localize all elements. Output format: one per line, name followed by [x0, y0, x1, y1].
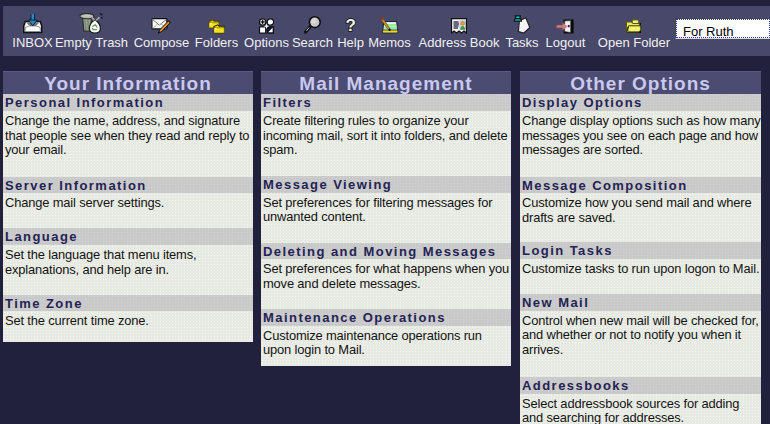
svg-text:?: ?	[345, 17, 355, 34]
